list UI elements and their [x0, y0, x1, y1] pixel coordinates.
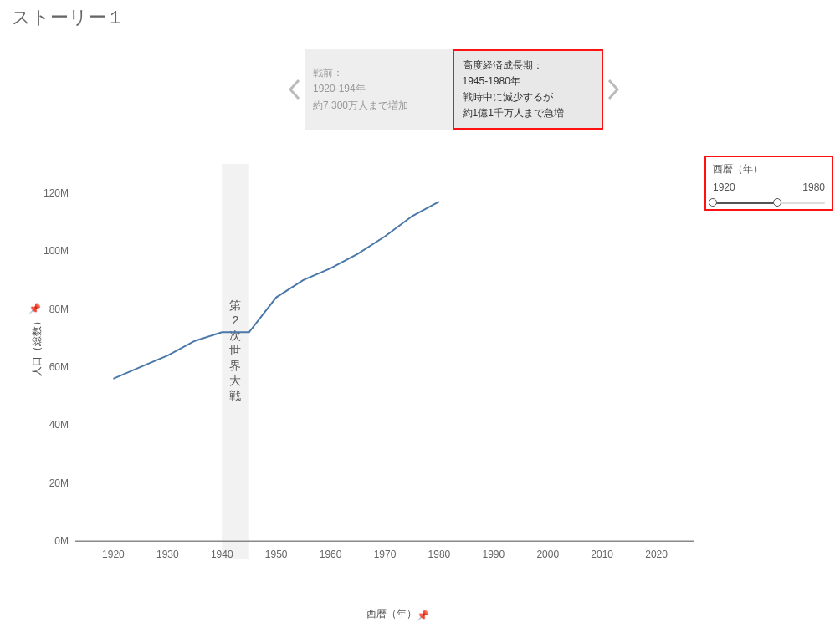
filter-max-label: 1980 [802, 181, 825, 193]
slider-thumb-min[interactable] [709, 198, 717, 207]
x-tick-label: 1980 [428, 549, 451, 560]
story-card-line: 1920-194年 [313, 81, 444, 97]
y-tick-label: 80M [49, 304, 69, 315]
range-slider[interactable] [713, 197, 825, 210]
x-tick-label: 1950 [265, 549, 288, 560]
story-card-line: 高度経済成長期： [463, 58, 594, 74]
page-title: ストーリー１ [12, 5, 125, 30]
y-axis-label: 人口（総数） [30, 316, 44, 376]
x-tick-label: 1930 [156, 549, 179, 560]
slider-selection [713, 202, 777, 204]
story-card-line: 戦前： [313, 65, 444, 81]
story-prev-button[interactable] [284, 79, 305, 100]
x-tick-label: 1960 [320, 549, 342, 560]
annotation-text: 世 [229, 344, 241, 357]
y-axis: 0M20M40M60M80M100M120M [44, 187, 69, 547]
story-card-line: 1945-1980年 [463, 74, 594, 89]
chart[interactable]: 第2次世界大戦0M20M40M60M80M100M120M19201930194… [25, 156, 703, 599]
x-tick-label: 2000 [536, 549, 559, 560]
chart-area: 第2次世界大戦0M20M40M60M80M100M120M19201930194… [25, 156, 703, 599]
y-tick-label: 100M [44, 245, 69, 257]
annotation-text: 界 [229, 359, 241, 372]
annotation-text: 大 [229, 374, 241, 387]
x-tick-label: 1940 [211, 549, 233, 560]
x-axis: 1920193019401950196019701980199020002010… [102, 541, 668, 560]
filter-title: 西暦（年） [713, 162, 825, 176]
annotation-text: 戦 [229, 389, 241, 402]
filter-panel: 西暦（年） 1920 1980 [704, 156, 833, 211]
x-tick-label: 1970 [374, 549, 397, 560]
x-tick-label: 2020 [645, 549, 668, 560]
story-card-line: 約7,300万人まで増加 [313, 98, 444, 114]
y-tick-label: 0M [54, 535, 69, 547]
x-tick-label: 1920 [102, 549, 125, 560]
series-line [113, 202, 439, 379]
filter-min-label: 1920 [713, 181, 735, 193]
pin-icon[interactable]: 📌 [28, 303, 41, 314]
story-card-line: 戦時中に減少するが [463, 89, 594, 105]
story-card-1[interactable]: 高度経済成長期：1945-1980年戦時中に減少するが約1億1千万人まで急増 [453, 49, 604, 130]
slider-thumb-max[interactable] [773, 198, 781, 207]
story-next-button[interactable] [603, 79, 623, 100]
story-card-line: 約1億1千万人まで急増 [463, 105, 594, 121]
pin-icon[interactable]: 📌 [417, 610, 429, 621]
x-tick-label: 1990 [482, 549, 505, 560]
story-card-0[interactable]: 戦前：1920-194年約7,300万人まで増加 [305, 49, 453, 130]
y-tick-label: 120M [44, 187, 69, 199]
annotation-text: 2 [233, 314, 239, 327]
y-tick-label: 40M [49, 419, 69, 431]
story-cards: 戦前：1920-194年約7,300万人まで増加高度経済成長期：1945-198… [305, 49, 603, 130]
x-tick-label: 2010 [591, 549, 613, 560]
x-axis-label: 西暦（年） [366, 607, 417, 621]
chevron-right-icon [606, 79, 621, 100]
chevron-left-icon [287, 79, 302, 100]
story-navigation: 戦前：1920-194年約7,300万人まで増加高度経済成長期：1945-198… [284, 43, 623, 135]
annotation-text: 次 [229, 329, 241, 342]
y-tick-label: 20M [49, 477, 69, 489]
annotation-text: 第 [229, 299, 241, 312]
y-tick-label: 60M [49, 361, 69, 373]
